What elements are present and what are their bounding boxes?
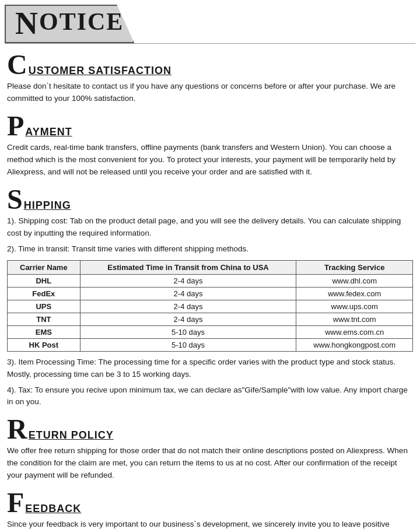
feedback-body: Since your feedback is very important to…	[7, 519, 413, 529]
table-cell: TNT	[8, 313, 80, 325]
notice-header: NOTICE	[5, 5, 134, 43]
shipping-table: Carrier Name Estimated Time in Transit f…	[7, 260, 413, 352]
table-cell: HK Post	[8, 338, 80, 351]
return-heading-text: ETURN POLICY	[29, 429, 114, 442]
table-cell: 2-4 days	[80, 313, 296, 325]
shipping-heading-text: HIPPING	[24, 199, 71, 212]
table-cell: www.ems.com.cn	[296, 325, 413, 338]
customer-satisfaction-body: Please don`t hesitate to contact us if y…	[7, 80, 413, 105]
customer-heading-text: USTOMER SATISFACTION	[29, 65, 172, 77]
feedback-heading: F EEDBACK	[7, 491, 413, 515]
shipping-heading: S HIPPING	[7, 188, 413, 212]
table-row: TNT2-4 dayswww.tnt.com	[8, 313, 413, 325]
table-cell: FedEx	[8, 287, 80, 300]
notice-title: NOTICE	[15, 8, 124, 35]
table-row: FedEx2-4 dayswww.fedex.com	[8, 287, 413, 300]
shipping-line3: 3). Item Processing Time: The processing…	[7, 356, 413, 381]
notice-rest: OTICE	[39, 8, 124, 35]
table-row: HK Post5-10 dayswww.hongkongpost.com	[8, 338, 413, 351]
table-cell: www.dhl.com	[296, 274, 413, 287]
table-cell: EMS	[8, 325, 80, 338]
shipping-drop-cap: S	[7, 188, 23, 212]
table-cell: 5-10 days	[80, 338, 296, 351]
table-header-transit: Estimated Time in Transit from China to …	[80, 260, 296, 274]
payment-body: Credit cards, real-time bank transfers, …	[7, 142, 413, 178]
table-cell: 5-10 days	[80, 325, 296, 338]
table-cell: 2-4 days	[80, 300, 296, 313]
header-wrapper: NOTICE	[0, 0, 420, 43]
payment-drop-cap: P	[7, 114, 24, 138]
table-cell: 2-4 days	[80, 274, 296, 287]
customer-satisfaction-heading: C USTOMER SATISFACTION	[7, 53, 413, 77]
customer-drop-cap: C	[7, 53, 27, 77]
shipping-line1: 1). Shipping cost: Tab on the product de…	[7, 215, 413, 240]
table-row: DHL2-4 dayswww.dhl.com	[8, 274, 413, 287]
return-drop-cap: R	[7, 418, 27, 442]
table-cell: UPS	[8, 300, 80, 313]
return-policy-heading: R ETURN POLICY	[7, 418, 413, 442]
table-cell: www.hongkongpost.com	[296, 338, 413, 351]
table-row: EMS5-10 dayswww.ems.com.cn	[8, 325, 413, 338]
table-header-carrier: Carrier Name	[8, 260, 80, 274]
return-policy-body: We offer free return shipping for those …	[7, 445, 413, 482]
table-cell: www.fedex.com	[296, 287, 413, 300]
table-row: UPS2-4 dayswww.ups.com	[8, 300, 413, 313]
main-content: C USTOMER SATISFACTION Please don`t hesi…	[0, 53, 420, 529]
notice-drop-letter: N	[15, 6, 39, 41]
table-cell: www.tnt.com	[296, 313, 413, 325]
payment-heading-text: AYMENT	[25, 126, 72, 138]
table-cell: DHL	[8, 274, 80, 287]
table-cell: www.ups.com	[296, 300, 413, 313]
header-divider	[5, 43, 415, 44]
table-header-row: Carrier Name Estimated Time in Transit f…	[8, 260, 413, 274]
feedback-heading-text: EEDBACK	[25, 503, 81, 515]
feedback-drop-cap: F	[7, 491, 24, 515]
payment-heading: P AYMENT	[7, 114, 413, 138]
shipping-line2: 2). Time in transit: Transit time varies…	[7, 243, 413, 255]
table-header-tracking: Tracking Service	[296, 260, 413, 274]
table-cell: 2-4 days	[80, 287, 296, 300]
shipping-line4: 4). Tax: To ensure you recive upon minim…	[7, 384, 413, 409]
